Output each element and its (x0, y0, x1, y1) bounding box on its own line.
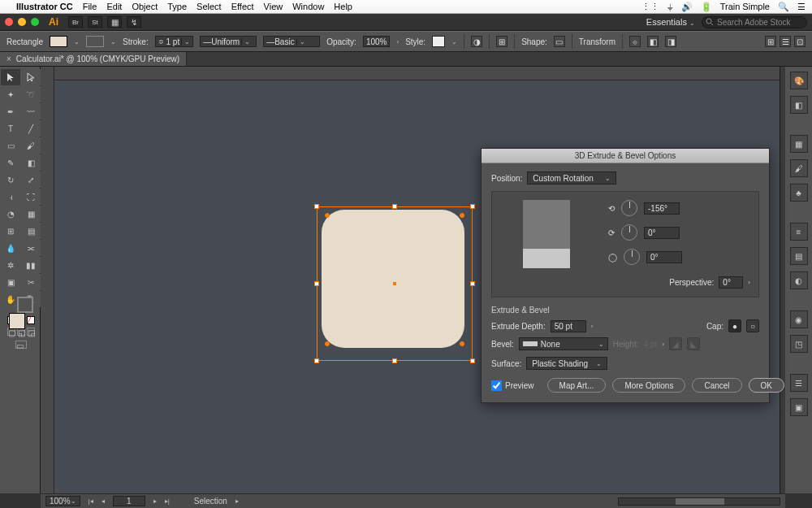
lasso-tool[interactable]: ➰ (21, 86, 41, 102)
gradient-panel-icon[interactable]: ▤ (790, 247, 808, 265)
artboard-next-last-button[interactable]: ▸| (165, 497, 170, 505)
screen-mode-button[interactable]: ▭ (15, 341, 27, 349)
color-panel-icon[interactable]: 🎨 (790, 72, 808, 89)
align-button[interactable]: ⊞ (496, 36, 508, 47)
rectangle-tool[interactable]: ▭ (1, 137, 20, 154)
ok-button[interactable]: OK (749, 378, 784, 393)
menu-app[interactable]: Illustrator CC (16, 2, 73, 11)
extrude-bevel-dialog[interactable]: 3D Extrude & Bevel Options Position: Cus… (481, 148, 770, 403)
scrollbar-thumb[interactable] (676, 498, 724, 505)
perspective-grid-tool[interactable]: ▦ (21, 206, 41, 222)
menu-help[interactable]: Help (334, 2, 352, 11)
perspective-input[interactable]: 0° (719, 276, 743, 289)
resize-handle-sw[interactable] (314, 358, 319, 363)
volume-icon[interactable]: 🔊 (681, 2, 693, 12)
symbols-panel-icon[interactable]: ♣ (790, 184, 808, 202)
panel-menu-1-button[interactable]: ⊞ (765, 36, 776, 47)
color-guide-panel-icon[interactable]: ◧ (790, 96, 808, 114)
menubar-user[interactable]: Train Simple (720, 2, 770, 11)
artboard-tool[interactable]: ▣ (1, 274, 20, 290)
artboards-panel-icon[interactable]: ▣ (790, 398, 808, 416)
menu-select[interactable]: Select (197, 2, 222, 11)
stroke-dropdown[interactable]: ⌄ (110, 38, 116, 46)
curvature-tool[interactable]: 〰 (21, 103, 41, 119)
gradient-tool[interactable]: ▤ (21, 223, 41, 239)
menu-view[interactable]: View (264, 2, 283, 11)
appearance-panel-icon[interactable]: ◉ (790, 310, 808, 328)
width-tool[interactable]: ⫞ (1, 189, 20, 205)
bridge-button[interactable]: Br (68, 16, 83, 28)
fill-swatch[interactable] (50, 36, 67, 47)
mesh-tool[interactable]: ⊞ (1, 223, 20, 239)
stroke-proxy[interactable] (17, 297, 33, 313)
resize-handle-se[interactable] (470, 358, 475, 363)
rotate-y-input[interactable]: 0° (644, 227, 680, 239)
free-transform-tool[interactable]: ⛶ (21, 189, 41, 205)
corner-widget-sw[interactable] (325, 341, 330, 346)
menu-extras-icon[interactable]: ☰ (797, 2, 806, 12)
resize-handle-nw[interactable] (314, 204, 319, 209)
opacity-dropdown[interactable]: › (396, 38, 399, 46)
rotate-y-knob[interactable] (621, 224, 637, 241)
position-dropdown[interactable]: Custom Rotation⌄ (527, 172, 616, 185)
wifi-icon[interactable]: ⏚ (667, 2, 673, 11)
rotate-z-input[interactable]: 0° (646, 251, 682, 263)
resize-handle-n[interactable] (392, 204, 397, 209)
none-mode-button[interactable]: ╱ (27, 316, 35, 324)
fill-dropdown[interactable]: ⌄ (74, 38, 80, 46)
battery-icon[interactable]: 🔋 (701, 2, 712, 12)
rotation-cube-preview[interactable] (500, 200, 594, 276)
eraser-tool[interactable]: ◧ (21, 154, 41, 171)
layers-panel-icon[interactable]: ☰ (790, 374, 808, 392)
style-swatch[interactable] (432, 36, 445, 47)
opacity-field[interactable]: 100% (363, 36, 391, 47)
graphic-styles-panel-icon[interactable]: ◳ (790, 335, 808, 353)
corner-widget-se[interactable] (460, 341, 464, 346)
stroke-swatch[interactable] (86, 36, 104, 47)
rotate-z-knob[interactable] (624, 249, 640, 265)
bluetooth-icon[interactable]: ⋮⋮ (641, 2, 659, 12)
pen-tool[interactable]: ✒ (1, 103, 20, 119)
eyedropper-tool[interactable]: 💧 (1, 240, 20, 256)
stroke-panel-icon[interactable]: ≡ (790, 223, 808, 241)
artboard-prev-first-button[interactable]: |◂ (89, 497, 93, 505)
selected-object[interactable] (317, 206, 473, 361)
stock-button[interactable]: St (88, 16, 102, 28)
panel-menu-3-button[interactable]: ⊡ (794, 36, 806, 47)
stroke-profile-field[interactable]: — Uniform⌄ (200, 36, 257, 47)
preview-checkbox[interactable]: Preview (491, 380, 534, 391)
slice-tool[interactable]: ✂ (21, 274, 41, 290)
fill-proxy[interactable] (9, 313, 25, 329)
close-tab-icon[interactable]: × (6, 54, 11, 63)
fill-stroke-proxy[interactable]: ╱ ▢ ◱ ◲ ▭ (1, 308, 41, 324)
document-tab[interactable]: × Calculator.ai* @ 100% (CMYK/GPU Previe… (0, 52, 187, 66)
brush-field[interactable]: — Basic⌄ (263, 36, 320, 47)
vertical-ruler[interactable] (41, 67, 54, 493)
menu-window[interactable]: Window (292, 2, 324, 11)
spotlight-icon[interactable]: 🔍 (778, 2, 789, 12)
symbol-sprayer-tool[interactable]: ✲ (1, 257, 20, 273)
type-tool[interactable]: T (1, 120, 20, 137)
bevel-dropdown[interactable]: None⌄ (519, 337, 608, 350)
swatches-panel-icon[interactable]: ▦ (790, 135, 808, 153)
isolate-button[interactable]: ⟐ (629, 36, 641, 47)
direct-selection-tool[interactable] (21, 69, 41, 85)
artboard-number-field[interactable]: 1 (113, 496, 145, 506)
stroke-weight-field[interactable]: ≎ 1 pt⌄ (155, 36, 193, 47)
cancel-button[interactable]: Cancel (692, 378, 741, 393)
shape-options-button[interactable]: ▭ (554, 36, 565, 47)
corner-widget-ne[interactable] (460, 213, 464, 218)
rotate-x-input[interactable]: -156° (644, 202, 680, 215)
extrude-depth-input[interactable]: 50 pt (551, 320, 586, 332)
resize-handle-ne[interactable] (470, 204, 475, 209)
map-art-button[interactable]: Map Art... (547, 378, 607, 393)
resize-handle-s[interactable] (392, 358, 397, 363)
transparency-panel-icon[interactable]: ◐ (790, 271, 808, 289)
brushes-panel-icon[interactable]: 🖌 (790, 159, 808, 177)
style-dropdown[interactable]: ⌄ (451, 38, 457, 46)
cap-on-button[interactable]: ● (728, 319, 741, 332)
resize-handle-e[interactable] (470, 281, 475, 286)
resize-handle-w[interactable] (314, 281, 319, 286)
shape-builder-tool[interactable]: ◔ (1, 206, 20, 222)
scale-tool[interactable]: ⤢ (21, 172, 41, 188)
